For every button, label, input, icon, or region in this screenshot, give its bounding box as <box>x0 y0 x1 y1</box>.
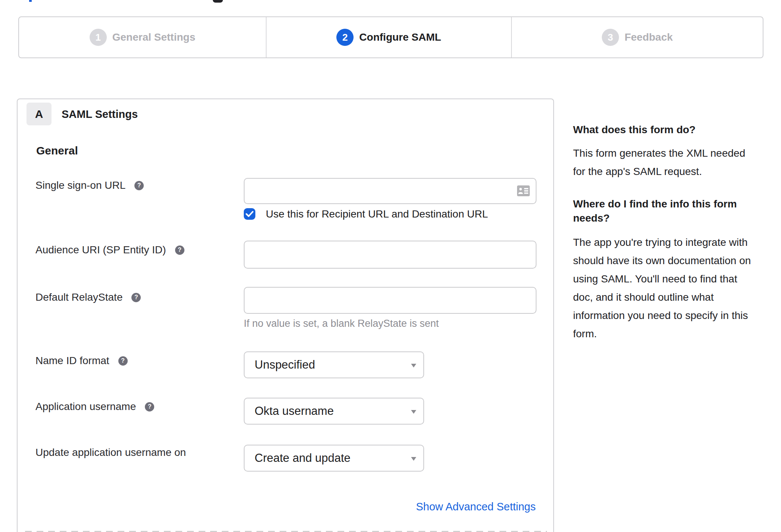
general-heading: General <box>36 144 78 157</box>
clipped-blue-element <box>29 0 32 2</box>
clipped-dark-element <box>213 0 223 3</box>
step-1-circle: 1 <box>90 29 107 46</box>
relay-state-label-row: Default RelayState ? <box>35 291 141 304</box>
application-username-select[interactable]: Okta username <box>244 398 424 425</box>
section-a-badge: A <box>27 103 52 125</box>
relay-state-help-icon[interactable]: ? <box>131 293 141 302</box>
step-feedback[interactable]: 3 Feedback <box>511 17 763 57</box>
name-id-format-select[interactable]: Unspecified <box>244 351 424 378</box>
update-username-label: Update application username on <box>35 446 186 459</box>
application-username-help-icon[interactable]: ? <box>145 402 154 411</box>
dropdown-caret-icon <box>411 410 416 414</box>
update-username-label-row: Update application username on <box>35 446 186 459</box>
sidebar-paragraph-1: This form generates the XML needed for t… <box>573 144 745 181</box>
audience-uri-input[interactable] <box>244 241 536 269</box>
application-username-label: Application username <box>35 400 136 413</box>
step-general-settings[interactable]: 1 General Settings <box>19 17 266 57</box>
name-id-format-help-icon[interactable]: ? <box>118 356 128 366</box>
audience-uri-help-icon[interactable]: ? <box>175 245 184 255</box>
step-configure-saml[interactable]: 2 Configure SAML <box>266 17 511 57</box>
application-username-label-row: Application username ? <box>35 400 154 413</box>
panel-title: SAML Settings <box>62 107 138 121</box>
show-advanced-settings-link[interactable]: Show Advanced Settings <box>416 500 536 513</box>
dropdown-caret-icon <box>411 364 416 367</box>
recipient-url-checkbox-label: Use this for Recipient URL and Destinati… <box>266 208 488 220</box>
recipient-url-checkbox[interactable] <box>244 208 255 220</box>
step-2-circle: 2 <box>336 29 354 46</box>
audience-uri-label-row: Audience URI (SP Entity ID) ? <box>35 244 184 256</box>
sso-url-input[interactable] <box>244 178 536 204</box>
name-id-format-label: Name ID format <box>35 354 109 367</box>
sso-url-help-icon[interactable]: ? <box>134 181 144 190</box>
sidebar-heading-2: Where do I find the info this form needs… <box>573 197 737 225</box>
sso-url-label: Single sign-on URL <box>35 179 125 192</box>
sidebar-heading-1: What does this form do? <box>573 123 696 137</box>
relay-state-helper-text: If no value is set, a blank RelayState i… <box>244 317 439 330</box>
step-3-circle: 3 <box>602 29 619 46</box>
dropdown-caret-icon <box>411 457 416 461</box>
contact-card-icon[interactable] <box>517 185 530 196</box>
sso-url-label-row: Single sign-on URL ? <box>35 179 144 192</box>
sidebar-paragraph-2: The app you're trying to integrate with … <box>573 233 751 343</box>
relay-state-label: Default RelayState <box>35 291 122 304</box>
audience-uri-label: Audience URI (SP Entity ID) <box>35 244 166 256</box>
wizard-stepper: 1 General Settings 2 Configure SAML 3 Fe… <box>18 16 763 58</box>
name-id-format-label-row: Name ID format ? <box>35 354 128 367</box>
update-username-select[interactable]: Create and update <box>244 445 424 472</box>
relay-state-input[interactable] <box>244 287 536 314</box>
